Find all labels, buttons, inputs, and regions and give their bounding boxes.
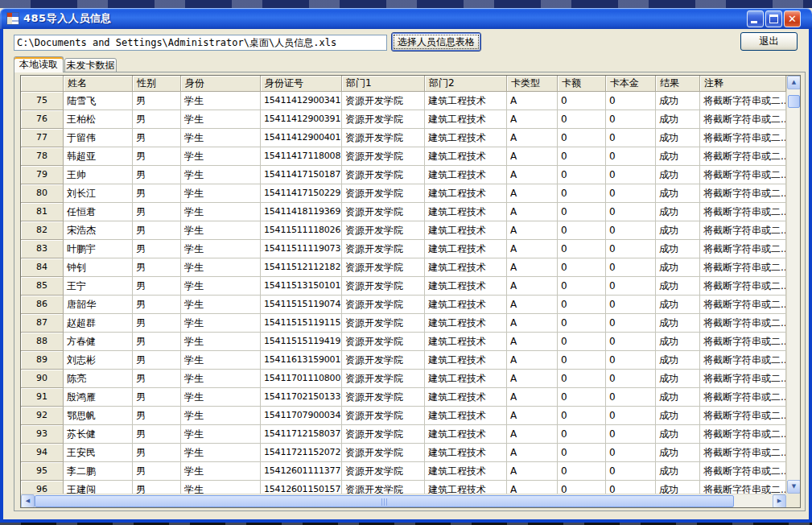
cell-identity[interactable]: 学生 <box>181 407 261 425</box>
cell-result[interactable]: 成功 <box>656 407 700 425</box>
cell-name[interactable]: 刘志彬 <box>64 351 133 370</box>
cell-card-type[interactable]: A <box>507 481 558 494</box>
cell-result[interactable]: 成功 <box>656 129 700 147</box>
row-header-cell[interactable]: 90 <box>21 370 64 388</box>
cell-comment[interactable]: 将截断字符串或二... <box>700 221 786 240</box>
cell-id-number[interactable]: 15411613159001 <box>261 351 342 370</box>
cell-gender[interactable]: 男 <box>133 277 181 296</box>
cell-gender[interactable]: 男 <box>133 351 181 370</box>
cell-department1[interactable]: 资源开发学院 <box>342 407 425 425</box>
cell-department1[interactable]: 资源开发学院 <box>342 221 425 240</box>
row-header-cell[interactable]: 86 <box>21 296 64 314</box>
row-header-cell[interactable]: 75 <box>21 92 64 110</box>
cell-identity[interactable]: 学生 <box>181 203 261 221</box>
cell-department1[interactable]: 资源开发学院 <box>342 92 425 110</box>
cell-name[interactable]: 方春健 <box>64 333 133 351</box>
cell-result[interactable]: 成功 <box>656 333 700 351</box>
cell-department1[interactable]: 资源开发学院 <box>342 462 425 481</box>
row-header-cell[interactable]: 89 <box>21 351 64 370</box>
cell-card-principal[interactable]: 0 <box>606 481 656 494</box>
cell-card-principal[interactable]: 0 <box>606 277 656 296</box>
cell-card-amount[interactable]: 0 <box>558 277 606 296</box>
cell-department1[interactable]: 资源开发学院 <box>342 166 425 184</box>
row-header-cell[interactable]: 85 <box>21 277 64 296</box>
cell-gender[interactable]: 男 <box>133 444 181 462</box>
cell-department2[interactable]: 建筑工程技术 <box>425 258 507 277</box>
cell-comment[interactable]: 将截断字符串或二... <box>700 425 786 444</box>
cell-id-number[interactable]: 15411512112182 <box>261 258 342 277</box>
cell-identity[interactable]: 学生 <box>181 277 261 296</box>
row-header-cell[interactable]: 87 <box>21 314 64 333</box>
row-header-cell[interactable]: 80 <box>21 184 64 203</box>
cell-card-principal[interactable]: 0 <box>606 184 656 203</box>
cell-card-type[interactable]: A <box>507 240 558 258</box>
exit-button[interactable]: 退出 <box>740 32 798 51</box>
scroll-right-button[interactable]: ▶ <box>773 494 786 508</box>
cell-comment[interactable]: 将截断字符串或二... <box>700 370 786 388</box>
cell-department1[interactable]: 资源开发学院 <box>342 129 425 147</box>
cell-department1[interactable]: 资源开发学院 <box>342 258 425 277</box>
cell-comment[interactable]: 将截断字符串或二... <box>700 277 786 296</box>
cell-id-number[interactable]: 15411707900034 <box>261 407 342 425</box>
cell-gender[interactable]: 男 <box>133 314 181 333</box>
cell-name[interactable]: 赵超群 <box>64 314 133 333</box>
cell-gender[interactable]: 男 <box>133 425 181 444</box>
cell-card-type[interactable]: A <box>507 166 558 184</box>
cell-comment[interactable]: 将截断字符串或二... <box>700 444 786 462</box>
cell-identity[interactable]: 学生 <box>181 110 261 129</box>
minimize-button[interactable] <box>747 10 764 27</box>
row-header-cell[interactable]: 84 <box>21 258 64 277</box>
cell-card-principal[interactable]: 0 <box>606 296 656 314</box>
cell-comment[interactable]: 将截断字符串或二... <box>700 388 786 407</box>
cell-department2[interactable]: 建筑工程技术 <box>425 110 507 129</box>
cell-card-type[interactable]: A <box>507 351 558 370</box>
cell-card-type[interactable]: A <box>507 110 558 129</box>
cell-card-type[interactable]: A <box>507 388 558 407</box>
cell-gender[interactable]: 男 <box>133 407 181 425</box>
cell-card-principal[interactable]: 0 <box>606 444 656 462</box>
row-header-cell[interactable]: 79 <box>21 166 64 184</box>
cell-id-number[interactable]: 15411721152072 <box>261 444 342 462</box>
cell-identity[interactable]: 学生 <box>181 147 261 166</box>
cell-result[interactable]: 成功 <box>656 92 700 110</box>
cell-card-amount[interactable]: 0 <box>558 296 606 314</box>
cell-department1[interactable]: 资源开发学院 <box>342 277 425 296</box>
cell-card-amount[interactable]: 0 <box>558 147 606 166</box>
vertical-scrollbar[interactable]: ▲ ▼ <box>786 76 800 494</box>
titlebar[interactable]: 485导入人员信息 ✕ <box>0 8 812 29</box>
tab-unissued-card-data[interactable]: 未发卡数据 <box>64 58 117 72</box>
cell-department2[interactable]: 建筑工程技术 <box>425 351 507 370</box>
cell-card-amount[interactable]: 0 <box>558 203 606 221</box>
cell-comment[interactable]: 将截断字符串或二... <box>700 333 786 351</box>
cell-card-principal[interactable]: 0 <box>606 388 656 407</box>
cell-department1[interactable]: 资源开发学院 <box>342 481 425 494</box>
cell-card-type[interactable]: A <box>507 370 558 388</box>
select-file-button[interactable]: 选择人员信息表格 <box>391 32 481 52</box>
cell-department1[interactable]: 资源开发学院 <box>342 296 425 314</box>
cell-id-number[interactable]: 15411702150133 <box>261 388 342 407</box>
cell-result[interactable]: 成功 <box>656 221 700 240</box>
cell-identity[interactable]: 学生 <box>181 444 261 462</box>
cell-department2[interactable]: 建筑工程技术 <box>425 203 507 221</box>
cell-gender[interactable]: 男 <box>133 203 181 221</box>
row-header-cell[interactable]: 77 <box>21 129 64 147</box>
cell-card-type[interactable]: A <box>507 221 558 240</box>
column-header-identity[interactable]: 身份 <box>181 76 261 92</box>
cell-gender[interactable]: 男 <box>133 92 181 110</box>
cell-card-amount[interactable]: 0 <box>558 407 606 425</box>
cell-card-type[interactable]: A <box>507 333 558 351</box>
cell-id-number[interactable]: 15412601111377 <box>261 462 342 481</box>
cell-identity[interactable]: 学生 <box>181 296 261 314</box>
column-header-gender[interactable]: 性别 <box>133 76 181 92</box>
cell-identity[interactable]: 学生 <box>181 129 261 147</box>
app-icon[interactable] <box>6 12 19 25</box>
cell-gender[interactable]: 男 <box>133 129 181 147</box>
row-header-cell[interactable]: 82 <box>21 221 64 240</box>
cell-department2[interactable]: 建筑工程技术 <box>425 462 507 481</box>
cell-department2[interactable]: 建筑工程技术 <box>425 481 507 494</box>
cell-department1[interactable]: 资源开发学院 <box>342 444 425 462</box>
cell-identity[interactable]: 学生 <box>181 462 261 481</box>
horizontal-scrollbar[interactable]: ◀ ▶ <box>21 494 786 507</box>
cell-card-amount[interactable]: 0 <box>558 351 606 370</box>
tab-local-read[interactable]: 本地读取 <box>14 56 64 72</box>
